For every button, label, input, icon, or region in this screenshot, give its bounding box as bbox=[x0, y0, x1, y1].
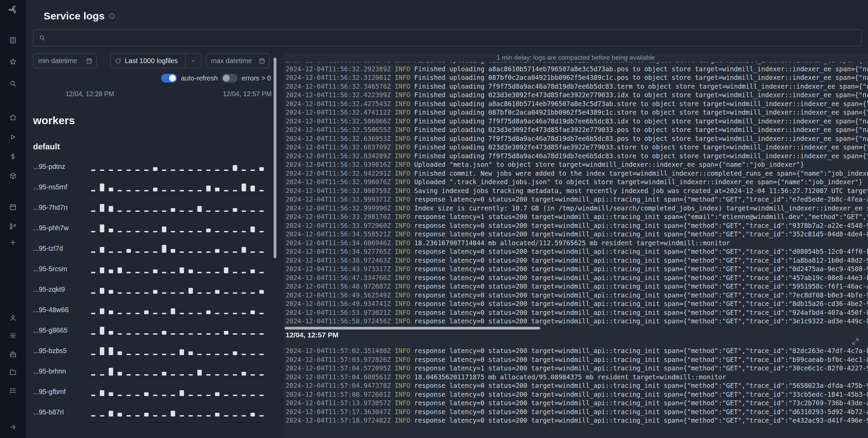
expand-icon[interactable] bbox=[852, 338, 859, 345]
search-icon[interactable] bbox=[8, 79, 18, 88]
worker-row[interactable]: ...95-tzl7d bbox=[33, 238, 272, 259]
log-line: 2024-12-04T11:56:43.973317Z INFO respons… bbox=[286, 265, 868, 274]
workers-panel: min datetime Last 1000 logfiles max bbox=[33, 53, 272, 438]
log-line: 2024-12-04T11:56:32.292389Z INFO Finishe… bbox=[286, 65, 868, 74]
apps-icon[interactable] bbox=[8, 35, 18, 45]
log-panel: 1 min delay: logs are compacted before b… bbox=[284, 53, 868, 438]
min-datetime-picker[interactable]: min datetime bbox=[33, 53, 97, 68]
logfiles-selector[interactable]: Last 1000 logfiles bbox=[110, 53, 201, 68]
worker-row[interactable]: ...95-7hd7n bbox=[33, 197, 272, 218]
folders-icon[interactable] bbox=[8, 367, 18, 377]
main: Service logs min datetime bbox=[26, 0, 868, 438]
log-line: 2024-12-04T11:56:32.474112Z INFO Finishe… bbox=[286, 108, 868, 117]
worker-name: ...95-gfbmf bbox=[33, 388, 91, 396]
worker-row[interactable]: ...95-phh7w bbox=[33, 218, 272, 238]
list-icon[interactable] bbox=[8, 386, 18, 395]
variables-dollar-icon[interactable] bbox=[8, 152, 18, 161]
worker-row[interactable]: ...95-48w66 bbox=[33, 300, 272, 320]
create-plus-icon[interactable] bbox=[8, 238, 18, 247]
worker-name: ...95-bzbs5 bbox=[33, 347, 91, 355]
worker-activity-sparkline bbox=[91, 305, 272, 314]
errors-only-toggle[interactable] bbox=[222, 74, 238, 83]
branch-icon[interactable] bbox=[8, 222, 18, 231]
worker-row[interactable]: ...95-pdtnz bbox=[33, 156, 272, 177]
log-line: 2024-12-04T11:57:18.972482Z INFO respons… bbox=[286, 416, 868, 425]
workers-briefcase-icon[interactable] bbox=[8, 350, 18, 359]
worker-activity-sparkline bbox=[91, 223, 272, 232]
worker-name: ...95-brhnn bbox=[33, 367, 91, 375]
log-line: 2024-12-04T11:56:34.927765Z INFO respons… bbox=[286, 247, 868, 256]
worker-row[interactable]: ...95-gfbmf bbox=[33, 381, 272, 402]
refresh-icon bbox=[115, 58, 121, 64]
sidebar bbox=[0, 0, 26, 438]
log-line: 2024-12-04T11:57:17.363047Z INFO respons… bbox=[286, 408, 868, 417]
worker-name: ...95-b87rl bbox=[33, 408, 91, 416]
log-block-2: 2024-12-04T11:57:02.351480Z INFO respons… bbox=[284, 347, 868, 425]
info-icon[interactable] bbox=[109, 13, 115, 19]
log-line: 2024-12-04T11:56:32.942291Z INFO Finishe… bbox=[286, 169, 868, 178]
schedules-calendar-icon[interactable] bbox=[8, 202, 18, 212]
log-line: 2024-12-04T11:56:32.422399Z INFO Finishe… bbox=[286, 91, 868, 100]
min-datetime-label: min datetime bbox=[38, 57, 77, 65]
log-line: 2024-12-04T11:56:47.334766Z INFO respons… bbox=[286, 274, 868, 282]
range-start: 12/04, 12:28 PM bbox=[65, 90, 114, 98]
home-icon[interactable] bbox=[8, 113, 18, 122]
log-line: 2024-12-04T11:56:32.998759Z INFO Saving … bbox=[286, 187, 868, 195]
log-line: 2024-12-04T11:57:02.351480Z INFO respons… bbox=[286, 347, 868, 355]
max-datetime-label: max datetime bbox=[211, 57, 252, 65]
settings-gear-icon[interactable] bbox=[8, 331, 18, 340]
expand-sidebar-icon[interactable] bbox=[8, 422, 18, 432]
favorites-star-icon[interactable] bbox=[8, 57, 18, 67]
resources-cube-icon[interactable] bbox=[8, 171, 18, 181]
log-line: 2024-12-04T11:56:32.636953Z INFO Finishe… bbox=[286, 134, 868, 143]
worker-name: ...95-ns5mf bbox=[33, 183, 91, 191]
log-line: 2024-12-04T11:56:32.683709Z INFO Finishe… bbox=[286, 143, 868, 152]
account-user-icon[interactable] bbox=[8, 313, 18, 323]
workers-heading: workers bbox=[33, 114, 272, 127]
worker-row[interactable]: ...95-ns5mf bbox=[33, 177, 272, 197]
toggles-row: auto-refresh errors > 0 bbox=[33, 74, 272, 83]
worker-name: ...95-pdtnz bbox=[33, 163, 91, 171]
worker-name: ...95-48w66 bbox=[33, 306, 91, 314]
runs-play-icon[interactable] bbox=[8, 132, 18, 142]
log-line: 2024-12-04T11:56:32.312081Z INFO Finishe… bbox=[286, 73, 868, 82]
content: min datetime Last 1000 logfiles max bbox=[26, 53, 868, 438]
worker-row[interactable]: ...95-g8665 bbox=[33, 320, 272, 340]
worker-name: ...95-zqkt9 bbox=[33, 286, 91, 293]
windmill-logo[interactable] bbox=[8, 5, 18, 14]
worker-row[interactable]: ...95-bzbs5 bbox=[33, 340, 272, 361]
workers-panel-scrollbar[interactable] bbox=[274, 58, 276, 258]
log-line: 2024-12-04T11:56:49.934741Z INFO respons… bbox=[286, 300, 868, 308]
auto-refresh-label: auto-refresh bbox=[181, 74, 218, 82]
app-root: Service logs min datetime bbox=[0, 0, 868, 438]
log-line: 2024-12-04T11:56:38.972463Z INFO respons… bbox=[286, 256, 868, 265]
worker-row[interactable]: ...95-zqkt9 bbox=[33, 279, 272, 300]
page-title: Service logs bbox=[44, 10, 105, 22]
log-line: 2024-12-04T11:56:53.973021Z INFO respons… bbox=[286, 308, 868, 317]
search-input[interactable] bbox=[50, 34, 856, 42]
log-line: 2024-12-04T11:57:03.972826Z INFO respons… bbox=[286, 355, 868, 364]
worker-activity-sparkline bbox=[91, 387, 272, 396]
log-line: 2024-12-04T11:56:34.558521Z INFO respons… bbox=[286, 230, 868, 239]
log-line: 2024-12-04T11:56:34.606946Z INFO 18.2361… bbox=[286, 239, 868, 248]
log-line: 2024-12-04T11:57:13.973057Z INFO respons… bbox=[286, 399, 868, 408]
log-line: 2024-12-04T11:57:04.572095Z INFO respons… bbox=[286, 364, 868, 373]
log-horizontal-scrollbar[interactable] bbox=[285, 327, 540, 330]
log-line: 2024-12-04T11:56:32.427543Z INFO Finishe… bbox=[286, 100, 868, 108]
worker-name: ...95-5rcsm bbox=[33, 265, 91, 273]
log-line: 2024-12-04T11:56:32.999996Z INFO Index s… bbox=[286, 204, 868, 213]
page-header: Service logs bbox=[26, 0, 868, 22]
logfiles-dropdown[interactable] bbox=[185, 54, 201, 68]
worker-activity-sparkline bbox=[91, 264, 272, 273]
worker-row[interactable]: ...95-brhnn bbox=[33, 361, 272, 381]
worker-row[interactable]: ...95-b87rl bbox=[33, 402, 272, 422]
worker-activity-sparkline bbox=[91, 408, 272, 417]
max-datetime-picker[interactable]: max datetime bbox=[206, 53, 270, 68]
errors-only-label: errors > 0 bbox=[242, 74, 271, 82]
worker-row[interactable]: ...95-5rcsm bbox=[33, 259, 272, 279]
worker-activity-sparkline bbox=[91, 244, 272, 253]
log-line: 2024-12-04T11:56:49.562549Z INFO respons… bbox=[286, 291, 868, 300]
auto-refresh-toggle[interactable] bbox=[161, 74, 177, 83]
calendar-icon bbox=[86, 58, 92, 64]
log-line: 2024-12-04T11:56:48.972687Z INFO respons… bbox=[286, 282, 868, 291]
